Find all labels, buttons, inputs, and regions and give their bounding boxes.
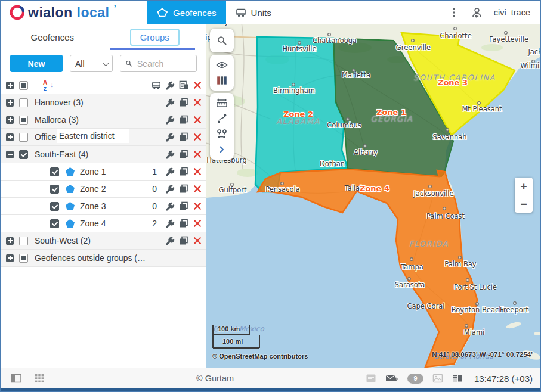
checkbox[interactable] (19, 133, 28, 142)
tab-geofences[interactable]: Geofences (147, 1, 226, 24)
zone-1-label: Zone 1 (376, 108, 406, 117)
overflow-menu-icon[interactable] (448, 7, 460, 18)
units-column-icon[interactable] (152, 80, 161, 90)
copy-icon[interactable] (179, 236, 188, 245)
edit-icon[interactable] (165, 167, 175, 176)
group-row-south-west[interactable]: South-West (2) (1, 232, 206, 250)
clock: 13:47:28 (+03) (474, 374, 533, 384)
geofence-row-zone-2[interactable]: Zone 2 0 (1, 181, 206, 198)
edit-icon[interactable] (165, 236, 175, 245)
delete-icon[interactable] (193, 98, 202, 107)
delete-all-icon[interactable] (193, 80, 202, 90)
delete-icon[interactable] (193, 219, 202, 228)
panel-tab-groups[interactable]: Groups (130, 29, 180, 46)
media-icon[interactable] (432, 374, 443, 383)
measure-distance-button[interactable] (210, 95, 234, 111)
checkbox[interactable] (19, 237, 28, 245)
map-visibility-button[interactable] (210, 57, 234, 73)
copy-icon[interactable] (179, 132, 188, 142)
copy-icon[interactable] (179, 201, 188, 211)
expand-tools-button[interactable] (210, 142, 234, 157)
expand-icon[interactable] (6, 254, 14, 262)
select-all-checkbox[interactable] (19, 81, 28, 90)
expand-icon[interactable] (6, 116, 14, 124)
group-row-mallorca[interactable]: Mallorca (3) (1, 111, 206, 129)
edit-icon[interactable] (165, 201, 175, 211)
geofence-row-zone-1[interactable]: Zone 1 1 (1, 163, 206, 181)
expand-icon[interactable] (6, 133, 14, 141)
map-layers-button[interactable] (210, 73, 234, 88)
copy-icon[interactable] (179, 219, 188, 228)
routing-button[interactable] (210, 111, 234, 126)
new-button[interactable]: New (10, 55, 63, 72)
map-city-label: Albany (354, 148, 378, 157)
units-count: 0 (146, 201, 157, 211)
group-label: Hannover (3) (35, 98, 165, 107)
copy-icon[interactable] (179, 184, 188, 194)
map-canvas[interactable]: Jackson ipl Chattanooga Huntsville Ashev… (206, 24, 540, 368)
user-icon[interactable] (471, 7, 483, 19)
search-input[interactable] (136, 58, 191, 69)
checkbox[interactable] (19, 116, 28, 125)
map-search-button[interactable] (210, 29, 234, 52)
group-label: South-West (2) (35, 236, 165, 245)
delete-icon[interactable] (193, 150, 202, 159)
edit-icon[interactable] (165, 98, 175, 107)
checkbox[interactable] (19, 254, 28, 263)
group-filter-select[interactable]: All (70, 55, 113, 72)
group-row-offices[interactable]: Offices Eastern district (1, 129, 206, 146)
zoom-out-button[interactable]: − (515, 195, 533, 213)
log-panel-icon[interactable] (452, 374, 463, 383)
sort-az-icon[interactable]: A↓z (43, 80, 55, 91)
collapse-icon[interactable] (6, 151, 14, 158)
panel-tab-geofences[interactable]: Geofences (1, 32, 104, 42)
delete-icon[interactable] (193, 236, 202, 245)
checkbox[interactable] (50, 202, 59, 211)
zoom-in-button[interactable]: + (515, 178, 533, 195)
edit-all-icon[interactable] (165, 80, 175, 90)
tab-units[interactable]: Units (226, 1, 281, 24)
map-city-label: Dothan (320, 160, 345, 168)
tab-units-label: Units (251, 8, 271, 18)
delete-icon[interactable] (193, 184, 202, 194)
map-city-label: Palm Bay (444, 260, 476, 268)
messages-icon[interactable] (385, 374, 398, 383)
group-row-south-east[interactable]: South-East (4) (1, 146, 206, 163)
copy-all-icon[interactable] (179, 80, 188, 90)
checkbox[interactable] (19, 150, 28, 159)
edit-icon[interactable] (165, 219, 175, 228)
markers-button[interactable] (210, 126, 234, 142)
notes-icon[interactable] (366, 374, 376, 383)
toggle-panel-icon[interactable] (11, 374, 21, 383)
delete-icon[interactable] (193, 167, 202, 176)
delete-icon[interactable] (193, 201, 202, 211)
delete-icon[interactable] (193, 132, 202, 142)
checkbox[interactable] (50, 185, 59, 194)
expand-icon[interactable] (6, 237, 14, 245)
edit-icon[interactable] (165, 150, 175, 159)
geofence-row-zone-3[interactable]: Zone 3 0 (1, 198, 206, 215)
copy-icon[interactable] (179, 115, 188, 125)
copy-icon[interactable] (179, 98, 188, 107)
username[interactable]: civi_trace (494, 8, 530, 17)
checkbox[interactable] (50, 219, 59, 228)
geofence-row-zone-4[interactable]: Zone 4 2 (1, 215, 206, 232)
geofence-label: Zone 3 (80, 201, 146, 211)
copy-icon[interactable] (179, 167, 188, 176)
geofence-label: Zone 1 (80, 167, 146, 176)
geofence-shape-icon (66, 202, 75, 210)
edit-icon[interactable] (165, 115, 175, 125)
map-city-label: Fayetteville (489, 35, 528, 43)
edit-icon[interactable] (165, 184, 175, 194)
expand-all-icon[interactable] (6, 82, 14, 89)
delete-icon[interactable] (193, 115, 202, 125)
window-bottom-edge (1, 388, 540, 391)
checkbox[interactable] (19, 98, 28, 107)
expand-icon[interactable] (6, 99, 14, 107)
checkbox[interactable] (50, 167, 59, 176)
group-row-hannover[interactable]: Hannover (3) (1, 94, 206, 111)
copy-icon[interactable] (179, 150, 188, 159)
group-row-outside-groups[interactable]: Geofences outside groups (… (1, 250, 206, 267)
edit-icon[interactable] (165, 132, 175, 142)
apps-grid-icon[interactable] (35, 374, 44, 383)
